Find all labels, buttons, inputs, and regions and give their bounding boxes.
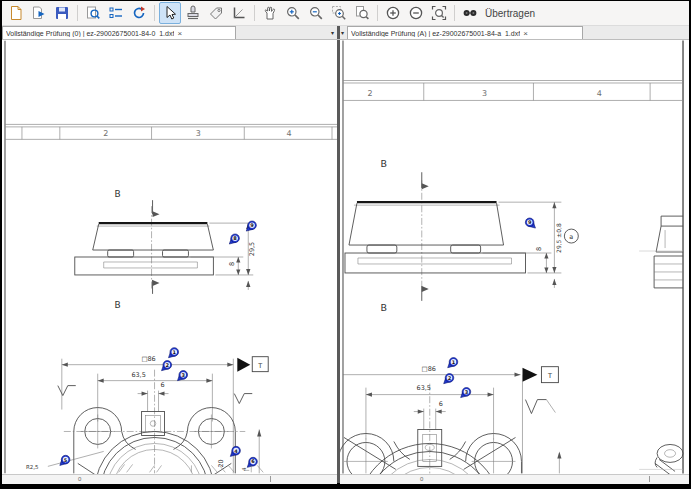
left-horizontal-scrollbar[interactable]: 0	[2, 474, 337, 484]
right-horizontal-scrollbar[interactable]: 0	[340, 474, 689, 484]
tag-button[interactable]	[205, 2, 227, 24]
app-window: Übertragen Vollständige Prüfung (0) | ez…	[0, 0, 691, 489]
zone-strip: 2 3 4	[343, 81, 683, 101]
datum-label: T	[257, 362, 262, 370]
dim-depth[interactable]: 20	[217, 459, 225, 467]
balloon-slot[interactable]: 3	[461, 388, 471, 398]
dim-radius[interactable]: R2,5	[26, 464, 39, 470]
ruler-origin: 0	[78, 475, 81, 483]
dim-total-height[interactable]: 29,5	[248, 242, 256, 256]
zoom-fit-icon	[431, 5, 447, 21]
tab-close-icon[interactable]: ×	[523, 30, 528, 37]
document-panes: 2 3 4 B B	[2, 40, 689, 483]
tab-left-document[interactable]: Vollständige Prüfung (0) | ez-2900267500…	[2, 26, 236, 39]
balloon-radius[interactable]: 5	[60, 455, 70, 465]
tab-row: Vollständige Prüfung (0) | ez-2900267500…	[2, 26, 689, 40]
checklist-button[interactable]	[105, 2, 127, 24]
toolbar-separator	[377, 5, 378, 21]
partial-isometric-view[interactable]	[639, 444, 683, 474]
open-document-icon	[31, 5, 47, 21]
zoom-page-icon	[354, 5, 370, 21]
balloon-slot[interactable]: 3	[177, 371, 187, 381]
surface-finish-symbol	[525, 400, 546, 414]
zoom-page-button[interactable]	[351, 2, 373, 24]
left-side-view[interactable]: B B	[75, 189, 257, 310]
dim-step-height[interactable]: 8	[535, 247, 543, 251]
dim-width[interactable]: 63,5	[131, 371, 145, 379]
zoom-fit-button[interactable]	[428, 2, 450, 24]
dim-step-height[interactable]: 8	[228, 262, 236, 266]
svg-text:2: 2	[166, 362, 170, 368]
ruler-tick	[270, 476, 271, 482]
save-button[interactable]	[51, 2, 73, 24]
tab-list-dropdown-icon[interactable]: ▾	[331, 29, 334, 36]
zoom-window-button[interactable]	[328, 2, 350, 24]
pan-hand-button[interactable]	[259, 2, 281, 24]
right-side-view[interactable]: B B	[345, 158, 578, 313]
sync-icon	[131, 5, 147, 21]
zone-label: 3	[196, 129, 201, 138]
zoom-in-circle-icon	[385, 5, 401, 21]
save-icon	[54, 5, 70, 21]
balloon-square[interactable]: 1	[169, 348, 179, 358]
balloon-square[interactable]: 1	[448, 358, 458, 368]
section-label-top: B	[115, 189, 121, 199]
dim-square[interactable]: □86	[141, 355, 155, 363]
balloon-width[interactable]: 2	[444, 374, 454, 384]
angle-measure-button[interactable]	[228, 2, 250, 24]
stamp-button[interactable]	[182, 2, 204, 24]
open-document-button[interactable]	[28, 2, 50, 24]
zone-label: 2	[367, 89, 372, 98]
compare-button[interactable]	[459, 2, 481, 24]
right-tabstrip: ▾ Vollständige Prüfung (A) | ez-29002675…	[340, 26, 689, 39]
zoom-out-circle-button[interactable]	[405, 2, 427, 24]
dim-slot[interactable]: 6	[439, 400, 443, 408]
select-cursor-button[interactable]	[159, 2, 181, 24]
section-label-bottom: B	[115, 300, 121, 310]
left-drawing-canvas[interactable]: 2 3 4 B B	[2, 40, 337, 474]
left-front-view[interactable]: □86 T 63,5 6	[26, 348, 268, 474]
tab-list-dropdown-icon[interactable]: ▾	[341, 29, 344, 36]
balloon-total-height[interactable]: 9	[246, 221, 256, 231]
datum-label: T	[547, 372, 552, 380]
new-document-button[interactable]	[5, 2, 27, 24]
tag-icon	[208, 5, 224, 21]
balloon-small[interactable]: 6	[247, 457, 257, 467]
svg-text:5: 5	[64, 456, 68, 462]
dim-square[interactable]: □86	[422, 365, 436, 373]
transfer-label: Übertragen	[485, 8, 535, 19]
surface-finish-symbol	[58, 386, 76, 396]
dim-total-height[interactable]: 29,5 ±0,8	[555, 223, 562, 253]
partial-section-view[interactable]	[639, 216, 683, 288]
sync-button[interactable]	[128, 2, 150, 24]
app-chrome: Übertragen Vollständige Prüfung (0) | ez…	[2, 1, 689, 481]
zoom-out-circle-icon	[408, 5, 424, 21]
zone-label: 2	[103, 129, 108, 138]
balloon-width[interactable]: 2	[162, 361, 172, 371]
angle-measure-icon	[231, 5, 247, 21]
checklist-icon	[108, 5, 124, 21]
zoom-in-button[interactable]	[282, 2, 304, 24]
balloon-depth[interactable]: 4	[230, 446, 240, 456]
right-drawing-canvas[interactable]: 2 3 4 B B	[340, 40, 689, 474]
balloon-total-height[interactable]: 9	[525, 218, 535, 228]
toolbar-separator	[254, 5, 255, 21]
balloon-step[interactable]: 8	[229, 234, 239, 244]
zoom-in-circle-button[interactable]	[382, 2, 404, 24]
svg-text:3: 3	[465, 389, 469, 395]
zoom-out-button[interactable]	[305, 2, 327, 24]
svg-text:1: 1	[452, 359, 456, 365]
find-in-document-icon	[85, 5, 101, 21]
tab-right-document[interactable]: Vollständige Prüfung (A) | ez-2900267500…	[347, 26, 583, 39]
tab-close-icon[interactable]: ×	[177, 30, 182, 37]
right-front-view[interactable]: □86 T 63,5 6	[340, 358, 561, 474]
dim-width[interactable]: 63,5	[417, 384, 431, 392]
find-in-document-button[interactable]	[82, 2, 104, 24]
svg-text:9: 9	[528, 219, 532, 225]
right-document-pane: 2 3 4 B B	[340, 40, 689, 483]
svg-text:3: 3	[182, 372, 186, 378]
svg-text:2: 2	[448, 375, 452, 381]
toolbar-separator	[77, 5, 78, 21]
ruler-tick	[649, 476, 650, 482]
dim-slot[interactable]: 6	[160, 381, 164, 389]
